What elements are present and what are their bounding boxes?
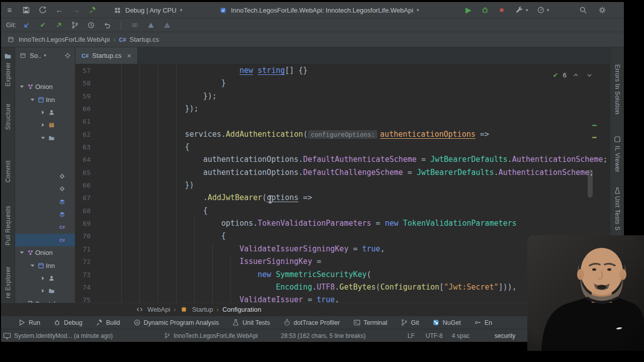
toolwindow-dynamic-program-analysis[interactable]: Dynamic Program Analysis xyxy=(133,319,219,326)
back-icon[interactable]: ← xyxy=(55,6,64,15)
tool-stripe-structure[interactable]: Structure xyxy=(1,104,15,130)
chevron-down-icon[interactable] xyxy=(29,97,36,103)
profiler-button[interactable]: ▾ xyxy=(536,2,549,18)
analyze-icon[interactable] xyxy=(146,21,155,30)
tree-item[interactable] xyxy=(15,119,75,131)
locate-file-icon[interactable] xyxy=(63,51,72,60)
tool-stripe-errors-in-solution[interactable]: Errors In Solution xyxy=(610,64,624,115)
tree-item[interactable] xyxy=(15,106,75,119)
code-line[interactable]: 68 { xyxy=(75,205,610,217)
tree-item[interactable] xyxy=(15,285,75,297)
debug-button[interactable] xyxy=(480,6,490,15)
caret-position[interactable]: 28:53 (162 chars, 5 line breaks) xyxy=(281,329,366,342)
tree-item[interactable] xyxy=(15,196,75,208)
run-button[interactable]: ▶ xyxy=(464,6,473,15)
tree-item[interactable]: C# xyxy=(15,234,75,246)
code-line[interactable]: 62 services.AddAuthentication(configureO… xyxy=(75,128,610,141)
history-icon[interactable] xyxy=(87,21,96,30)
save-icon[interactable] xyxy=(22,6,31,15)
update-project-icon[interactable] xyxy=(22,21,31,30)
chevron-down-icon[interactable] xyxy=(18,83,26,90)
chevron-right-icon[interactable] xyxy=(39,122,47,128)
toolwindow-run[interactable]: Run xyxy=(18,319,40,326)
tree-item[interactable]: Scratches xyxy=(15,298,75,303)
git-branch-widget[interactable]: InnoTech.LegosForLife.WebApi xyxy=(164,329,258,342)
line-separator[interactable]: LF xyxy=(408,329,415,342)
code-line[interactable]: 67 .AddJwtBearer(options => xyxy=(75,192,610,204)
toolwindow-git[interactable]: Git xyxy=(400,319,419,326)
chevron-down-icon[interactable] xyxy=(39,135,47,141)
build-hammer-icon[interactable] xyxy=(88,6,97,15)
code-line[interactable]: 61 xyxy=(75,115,610,128)
menu-icon[interactable]: ≡ xyxy=(5,6,14,15)
tree-item[interactable]: C# xyxy=(15,221,75,233)
code-line[interactable]: 59 }); xyxy=(75,90,610,103)
code-line[interactable]: 58 } xyxy=(75,77,610,89)
tree-item[interactable] xyxy=(15,208,75,221)
crumb-webapi[interactable]: WebApi xyxy=(147,306,170,313)
tool-stripe-explorer-bottom[interactable]: re Explorer xyxy=(1,266,15,298)
code-line[interactable]: 64 authenticationOptions.DefaultAuthenti… xyxy=(75,153,610,166)
scrollbar-mark[interactable] xyxy=(592,137,597,138)
scrollbar-mark[interactable] xyxy=(592,125,597,126)
toolwindow-unit-tests[interactable]: Unit Tests xyxy=(232,319,270,326)
screen-share-icon[interactable] xyxy=(3,329,11,342)
explorer-folder-icon[interactable] xyxy=(1,52,15,60)
breadcrumb-project[interactable]: InnoTech.LegosForLife.WebApi xyxy=(19,36,110,43)
forward-icon[interactable]: → xyxy=(71,6,80,15)
breadcrumb-file[interactable]: Startup.cs xyxy=(130,36,159,43)
tree-item[interactable]: Onion xyxy=(15,246,75,259)
commit-icon[interactable]: ✔ xyxy=(38,21,47,30)
tool-stripe-commit[interactable]: Commit xyxy=(1,160,15,183)
toolwindow-debug[interactable]: Debug xyxy=(53,319,83,326)
vcs-message[interactable]: System.IdentityMod... (a minute ago) xyxy=(14,329,113,342)
security-status[interactable]: security xyxy=(495,329,515,342)
settings-tools-button[interactable]: ▾ xyxy=(515,2,528,18)
code-line[interactable]: 66 }) xyxy=(75,179,610,192)
code-line[interactable]: 65 authenticationOptions.DefaultChalleng… xyxy=(75,166,610,179)
prev-problem-icon[interactable] xyxy=(571,70,580,79)
tab-startup-cs[interactable]: C# Startup.cs × xyxy=(75,47,138,64)
branch-icon[interactable] xyxy=(70,21,79,30)
chevron-right-icon[interactable] xyxy=(39,288,47,294)
toolwindow-nuget[interactable]: NuGet xyxy=(432,319,461,326)
code-line[interactable]: 69 options.TokenValidationParameters = n… xyxy=(75,217,610,230)
analyze-stack-icon[interactable] xyxy=(163,21,172,30)
unit-tests-icon[interactable] xyxy=(610,187,624,194)
toolwindow-dottrace-profiler[interactable]: dotTrace Profiler xyxy=(283,319,340,326)
chevron-right-icon[interactable] xyxy=(39,109,47,116)
tree-item[interactable] xyxy=(15,132,75,144)
toolwindow-build[interactable]: Build xyxy=(96,319,120,326)
search-icon[interactable] xyxy=(579,6,588,15)
file-encoding[interactable]: UTF-8 xyxy=(426,329,443,342)
next-problem-icon[interactable] xyxy=(585,70,594,79)
tree-item[interactable]: Inn xyxy=(15,259,75,272)
tool-stripe-explorer[interactable]: Explorer xyxy=(1,62,15,86)
close-icon[interactable]: × xyxy=(127,52,131,60)
tool-stripe-unit-tests[interactable]: Unit Tests S xyxy=(610,196,624,231)
tree-item[interactable] xyxy=(15,170,75,183)
sync-icon[interactable] xyxy=(38,6,47,15)
tool-stripe-il-viewer[interactable]: IL Viewer xyxy=(610,146,624,172)
chevron-right-icon[interactable] xyxy=(39,275,47,282)
crumb-configuration[interactable]: Configuration xyxy=(222,306,261,313)
solution-configuration-select[interactable]: Debug | Any CPU ▾ xyxy=(109,4,186,16)
push-icon[interactable] xyxy=(54,21,63,30)
code-line[interactable]: 57 new string[] {} xyxy=(75,64,610,77)
chevron-down-icon[interactable] xyxy=(18,249,26,256)
code-line[interactable]: 60 }); xyxy=(75,103,610,115)
tree-item[interactable]: Onion xyxy=(15,80,75,93)
editor-scrollbar[interactable] xyxy=(588,169,593,198)
inspections-widget[interactable]: ✔ 6 xyxy=(553,70,594,79)
chevron-down-icon[interactable] xyxy=(29,262,36,269)
compare-icon[interactable] xyxy=(130,21,139,30)
tree-item[interactable] xyxy=(15,272,75,285)
tree-item[interactable] xyxy=(15,183,75,195)
toolwindow-endpoints[interactable]: En xyxy=(474,319,492,326)
scope-selector[interactable]: So.. xyxy=(30,52,41,59)
code-line[interactable]: 63 { xyxy=(75,141,610,153)
indent-style[interactable]: 4 spac xyxy=(452,329,469,342)
tool-stripe-pull-requests[interactable]: Pull Requests xyxy=(1,206,15,245)
rollback-icon[interactable] xyxy=(103,21,112,30)
tree-item[interactable]: Inn xyxy=(15,93,75,106)
